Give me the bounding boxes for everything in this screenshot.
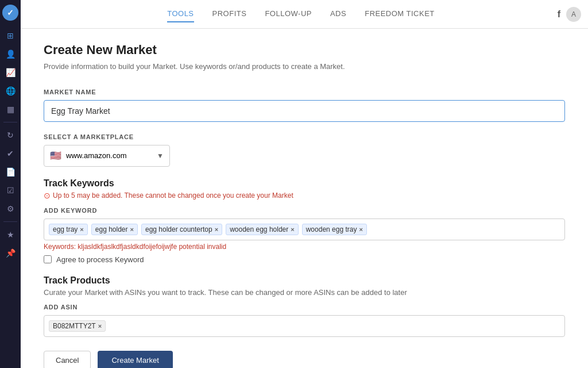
marketplace-group: SELECT A MARKETPLACE 🇺🇸 www.amazon.com ▼ xyxy=(44,133,565,167)
marketplace-label: SELECT A MARKETPLACE xyxy=(44,133,565,140)
keywords-error: Keywords: kljasldkfjaslkdfjasldkdfoijefo… xyxy=(44,243,565,251)
cancel-button[interactable]: Cancel xyxy=(44,351,91,369)
asin-tag-value-0: B082MTTY2T xyxy=(53,322,96,330)
sidebar-item-bar[interactable]: ▦ xyxy=(2,101,18,117)
keywords-warning-text: Up to 5 may be added. These cannot be ch… xyxy=(53,191,293,200)
asin-tag-remove-0[interactable]: × xyxy=(98,323,102,329)
chevron-down-icon: ▼ xyxy=(157,152,164,160)
sidebar-item-person[interactable]: 👤 xyxy=(2,46,18,62)
add-asin-label: ADD ASIN xyxy=(44,304,565,310)
sidebar-item-refresh[interactable]: ↻ xyxy=(2,127,18,143)
sidebar: ✓ ⊞ 👤 📈 🌐 ▦ ↻ ✔ 📄 ☑ ⚙ ★ 📌 xyxy=(0,0,21,368)
keyword-tag-4: wooden egg tray × xyxy=(302,224,367,235)
sidebar-item-globe[interactable]: 🌐 xyxy=(2,83,18,99)
keyword-tag-remove-0[interactable]: × xyxy=(80,226,83,233)
market-name-input[interactable] xyxy=(44,100,565,122)
tab-tools[interactable]: TOOLS xyxy=(167,6,194,22)
sidebar-divider-2 xyxy=(3,221,17,222)
keyword-tag-remove-4[interactable]: × xyxy=(359,226,362,233)
sidebar-item-checklist[interactable]: ☑ xyxy=(2,182,18,198)
keywords-input-area[interactable]: egg tray × egg holder × egg holder count… xyxy=(44,218,565,240)
tab-follow-up[interactable]: FOLLOW-UP xyxy=(265,6,312,22)
tab-ads[interactable]: ADS xyxy=(330,6,346,22)
sidebar-item-pin[interactable]: 📌 xyxy=(2,245,18,261)
sidebar-item-check[interactable]: ✔ xyxy=(2,145,18,162)
add-keyword-label: ADD KEYWORD xyxy=(44,207,565,214)
keywords-section-title: Track Keywords xyxy=(44,178,565,189)
keyword-tag-3: wooden egg holder × xyxy=(226,224,299,235)
agree-checkbox-label[interactable]: Agree to process Keyword xyxy=(56,255,144,264)
track-keywords-group: Track Keywords ⊙ Up to 5 may be added. T… xyxy=(44,178,565,264)
marketplace-value: www.amazon.com xyxy=(66,151,126,160)
keyword-tag-remove-2[interactable]: × xyxy=(215,226,218,233)
warning-icon: ⊙ xyxy=(44,191,51,200)
tab-profits[interactable]: PROFITS xyxy=(212,6,247,22)
sidebar-item-chart[interactable]: 📈 xyxy=(2,64,18,80)
keyword-tag-label-4: wooden egg tray xyxy=(306,225,357,233)
page-content: Create New Market Provide information to… xyxy=(21,29,588,368)
keyword-tag-2: egg holder countertop × xyxy=(141,224,222,235)
keyword-tag-0: egg tray × xyxy=(49,224,88,235)
keyword-tag-label-0: egg tray xyxy=(53,225,78,233)
marketplace-select[interactable]: 🇺🇸 www.amazon.com ▼ xyxy=(44,145,170,167)
user-avatar[interactable]: A xyxy=(566,7,581,22)
sidebar-divider-1 xyxy=(3,122,17,122)
asin-tag-0: B082MTTY2T × xyxy=(49,320,106,332)
keyword-tag-remove-1[interactable]: × xyxy=(130,226,134,233)
keyword-tag-label-3: wooden egg holder xyxy=(230,225,288,233)
sidebar-item-settings[interactable]: ⚙ xyxy=(2,201,18,217)
keywords-warning: ⊙ Up to 5 may be added. These cannot be … xyxy=(44,191,565,200)
page-subtitle: Provide information to build your Market… xyxy=(44,61,565,72)
products-description: Curate your Market with ASINs you want t… xyxy=(44,288,565,297)
agree-checkbox[interactable] xyxy=(44,255,52,263)
products-section-title: Track Products xyxy=(44,275,565,286)
top-nav: TOOLS PROFITS FOLLOW-UP ADS FREEDOM TICK… xyxy=(21,0,588,29)
track-products-group: Track Products Curate your Market with A… xyxy=(44,275,565,337)
keyword-tag-1: egg holder × xyxy=(91,224,138,235)
sidebar-item-document[interactable]: 📄 xyxy=(2,164,18,180)
page-title: Create New Market xyxy=(44,43,565,57)
market-name-label: MARKET NAME xyxy=(44,89,565,95)
market-name-group: MARKET NAME xyxy=(44,89,565,122)
tab-freedom-ticket[interactable]: FREEDOM TICKET xyxy=(365,6,435,22)
facebook-icon[interactable]: f xyxy=(558,9,560,20)
keyword-tag-remove-3[interactable]: × xyxy=(291,226,294,233)
create-market-button[interactable]: Create Market xyxy=(98,351,172,369)
agree-checkbox-row: Agree to process Keyword xyxy=(44,255,565,264)
asin-input-area[interactable]: B082MTTY2T × xyxy=(44,315,565,337)
main-area: TOOLS PROFITS FOLLOW-UP ADS FREEDOM TICK… xyxy=(21,0,588,368)
keyword-tag-label-2: egg holder countertop xyxy=(145,225,212,233)
sidebar-logo[interactable]: ✓ xyxy=(2,5,18,21)
sidebar-item-star[interactable]: ★ xyxy=(2,227,18,243)
button-row: Cancel Create Market xyxy=(44,351,565,369)
sidebar-item-home[interactable]: ⊞ xyxy=(2,28,18,44)
flag-icon: 🇺🇸 xyxy=(50,150,61,161)
keyword-tag-label-1: egg holder xyxy=(95,225,128,233)
